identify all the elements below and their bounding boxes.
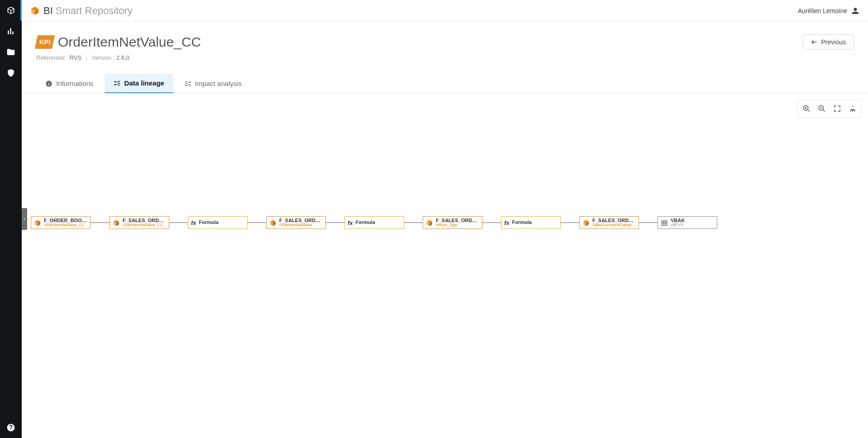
node-subtitle: OrderItemNetValue_CC: [44, 223, 87, 227]
lineage-node[interactable]: fxFormula: [501, 216, 561, 229]
tab-informations[interactable]: Informations: [36, 74, 103, 93]
tree-icon: [849, 105, 857, 113]
node-title: F_SALES_ORDERS_...: [279, 218, 323, 224]
user-menu[interactable]: Aurélien Lemoine: [798, 6, 860, 15]
zoom-in-icon: [802, 105, 811, 113]
cube-icon: [426, 219, 433, 226]
arrow-left-icon: [811, 38, 818, 46]
node-title: Formula: [199, 220, 219, 225]
lineage-node[interactable]: fxFormula: [344, 216, 404, 229]
brand-text: BISmart Repository: [43, 5, 133, 17]
user-name: Aurélien Lemoine: [798, 7, 847, 14]
sidebar-item-help[interactable]: [0, 417, 22, 438]
node-title: F_ORDER_BOOK_DV: [44, 218, 87, 224]
cube-icon: [34, 219, 41, 226]
shield-icon: [6, 68, 15, 77]
node-subtitle: SalesDocumentCategoryKey: [592, 223, 636, 227]
node-subtitle: OrderItemNetValue_CC: [123, 223, 166, 227]
brand-logo-icon: [30, 6, 40, 16]
person-icon: [851, 6, 860, 15]
page-meta: Referential : RVS | Version : 2.6.0: [36, 54, 201, 61]
cube-icon: [113, 219, 120, 226]
lineage-icon: [114, 80, 121, 87]
table-icon: [661, 219, 668, 226]
cube-icon: [6, 6, 15, 15]
cube-icon: [269, 219, 277, 226]
tree-layout-button[interactable]: [846, 102, 859, 115]
tabs: Informations Data lineage Impact analysi…: [22, 74, 868, 93]
zoom-out-icon: [818, 105, 826, 113]
fx-icon: fx: [348, 219, 353, 226]
lineage-node[interactable]: F_SALES_ORDERS_...OrderItemNetValue_CC: [110, 216, 169, 229]
lineage-canvas[interactable]: F_ORDER_BOOK_DVOrderItemNetValue_CCF_SAL…: [22, 93, 868, 438]
zoom-out-button[interactable]: [815, 102, 829, 115]
page-header: KPI OrderItemNetValue_CC Referential : R…: [22, 22, 868, 61]
brand[interactable]: BISmart Repository: [30, 5, 133, 17]
fit-screen-button[interactable]: [830, 102, 844, 115]
info-icon: [45, 80, 52, 87]
bar-chart-icon: [6, 27, 15, 36]
node-subtitle: OrderItemNetValue: [279, 223, 323, 227]
canvas-toolbox: [797, 100, 862, 118]
node-title: F_SALES_ORDERS_...: [436, 218, 479, 224]
previous-button[interactable]: Previous: [803, 34, 854, 50]
tab-data-lineage[interactable]: Data lineage: [105, 74, 173, 93]
page-title: OrderItemNetValue_CC: [58, 34, 201, 50]
node-title: VBAK: [671, 218, 685, 224]
impact-icon: [184, 80, 191, 87]
fx-icon: fx: [191, 219, 196, 226]
fx-icon: fx: [504, 219, 510, 226]
kpi-badge: KPI: [35, 35, 55, 49]
tab-impact-analysis[interactable]: Impact analysis: [175, 74, 251, 93]
zoom-in-button[interactable]: [800, 102, 813, 115]
sidebar-item-cube[interactable]: [0, 0, 22, 21]
topbar: BISmart Repository Aurélien Lemoine: [22, 0, 868, 22]
lineage-node[interactable]: F_SALES_ORDERS_...SalesDocumentCategoryK…: [579, 216, 639, 229]
node-title: Formula: [356, 220, 375, 225]
sidebar-item-folder[interactable]: [0, 42, 22, 62]
lineage-node[interactable]: F_ORDER_BOOK_DVOrderItemNetValue_CC: [31, 216, 91, 229]
svg-rect-11: [662, 221, 667, 226]
folder-icon: [6, 48, 15, 57]
sidebar: [0, 0, 22, 438]
node-subtitle: Return_Sign: [436, 223, 479, 227]
fit-screen-icon: [833, 105, 841, 113]
sidebar-item-shield[interactable]: [0, 62, 22, 83]
node-title: F_SALES_ORDERS_...: [592, 218, 636, 224]
node-title: Formula: [512, 220, 532, 225]
sidebar-item-chart[interactable]: [0, 21, 22, 42]
lineage-node[interactable]: fxFormula: [188, 216, 248, 229]
lineage-node[interactable]: F_SALES_ORDERS_...Return_Sign: [423, 216, 482, 229]
node-subtitle: VBTYP: [671, 223, 685, 227]
help-icon: [6, 423, 15, 432]
lineage-node[interactable]: VBAKVBTYP: [658, 216, 717, 229]
lineage-node[interactable]: F_SALES_ORDERS_...OrderItemNetValue: [266, 216, 326, 229]
cube-icon: [582, 219, 590, 226]
node-title: F_SALES_ORDERS_...: [123, 218, 166, 224]
